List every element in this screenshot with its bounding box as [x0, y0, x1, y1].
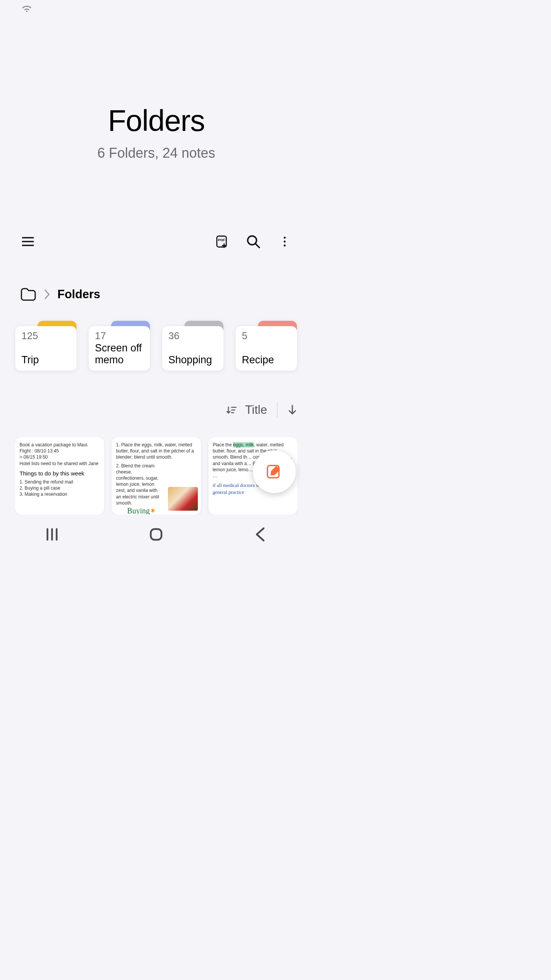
page-title: Folders: [0, 103, 313, 138]
divider: [277, 403, 277, 417]
note-line: 1. Sending the refund mail: [20, 479, 100, 485]
folder-count: 5: [242, 330, 291, 342]
sort-label: Title: [245, 403, 267, 417]
page-subtitle: 6 Folders, 24 notes: [0, 145, 313, 161]
folder-name: Shopping: [168, 354, 217, 366]
folder-card-screen-off-memo[interactable]: 17 Screen off memo: [89, 321, 150, 371]
note-line: 2. Buying a pill case: [20, 485, 100, 491]
sort-direction-button[interactable]: [287, 404, 297, 416]
folders-row[interactable]: 125 Trip 17 Screen off memo 36 Shopping …: [15, 321, 313, 378]
note-line: 1. Place the eggs, milk, water, melted b…: [116, 442, 196, 461]
folder-name: Recipe: [242, 354, 291, 366]
status-bar: [0, 0, 313, 15]
nav-home-button[interactable]: [148, 526, 165, 543]
folder-count: 125: [21, 330, 70, 342]
nav-back-button[interactable]: [252, 526, 269, 543]
folder-count: 17: [95, 330, 144, 342]
folder-name: Trip: [21, 354, 70, 366]
sort-control[interactable]: Title: [226, 403, 297, 417]
svg-point-3: [284, 237, 285, 238]
breadcrumb-current: Folders: [57, 287, 100, 301]
toolbar: PDF: [0, 229, 313, 254]
note-line: Book a vacation package to Maui.: [20, 442, 100, 448]
sort-lines-icon: [226, 405, 237, 415]
folder-name: Screen off memo: [95, 342, 144, 366]
svg-point-2: [248, 236, 256, 245]
note-line: Flight : 08/10 13:45: [20, 448, 100, 454]
note-thumbnail: [168, 487, 198, 511]
note-handwriting: Buying✶: [127, 506, 156, 514]
note-line: > 08/15 19:50: [20, 454, 100, 460]
search-button[interactable]: [243, 231, 264, 252]
note-line: 3. Making a reservation: [20, 491, 100, 497]
svg-text:PDF: PDF: [218, 238, 225, 242]
folder-card-recipe[interactable]: 5 Recipe: [236, 321, 297, 371]
compose-note-fab[interactable]: [253, 450, 296, 493]
folder-count: 36: [168, 330, 217, 342]
nav-recents-button[interactable]: [44, 526, 60, 543]
pdf-import-button[interactable]: PDF: [212, 231, 232, 252]
svg-point-5: [284, 245, 285, 247]
page-header: Folders 6 Folders, 24 notes: [0, 103, 313, 161]
more-options-button[interactable]: [274, 231, 295, 252]
chevron-right-icon: [44, 289, 51, 300]
folder-root-icon[interactable]: [20, 287, 37, 302]
note-card[interactable]: 1. Place the eggs, milk, water, melted b…: [112, 437, 201, 514]
folder-card-shopping[interactable]: 36 Shopping: [162, 321, 223, 371]
svg-rect-7: [151, 529, 161, 540]
folder-card-trip[interactable]: 125 Trip: [15, 321, 77, 371]
breadcrumb: Folders: [20, 287, 297, 302]
note-line: Hotel lists need to he shared with Jane: [20, 461, 100, 467]
svg-point-4: [284, 240, 285, 242]
note-heading: Things to do by this week: [20, 470, 100, 477]
note-line: 2. Blend the cream cheese, confectioners…: [116, 463, 160, 506]
note-card[interactable]: Book a vacation package to Maui. Flight …: [15, 437, 104, 514]
hamburger-menu-button[interactable]: [18, 231, 38, 252]
system-nav-bar: [0, 518, 313, 551]
wifi-icon: [21, 5, 32, 13]
